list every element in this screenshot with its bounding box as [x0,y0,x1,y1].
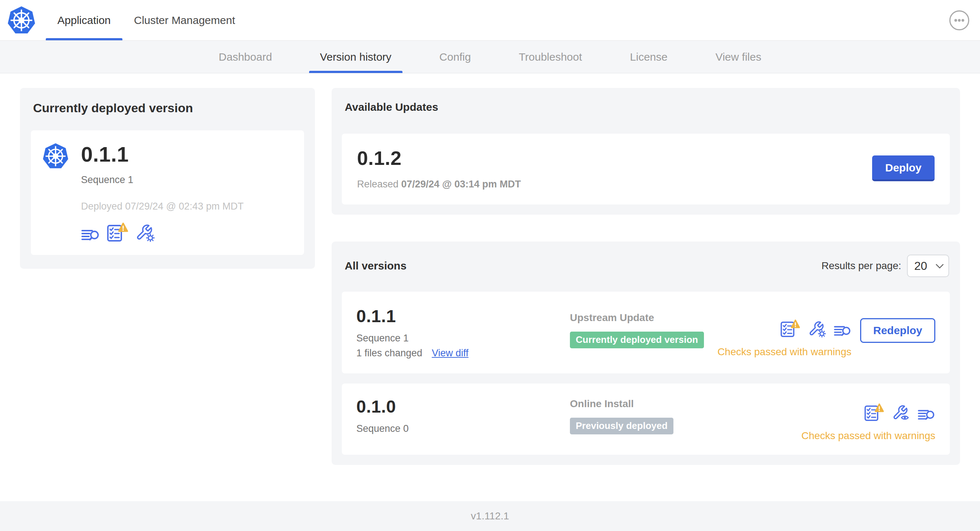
currently-deployed-card: Currently deployed version 0.1.1 Sequenc… [20,88,315,269]
version-files: 1 files changed View diff [356,348,570,359]
subnav-license[interactable]: License [619,41,678,73]
available-update-version: 0.1.2 [357,147,872,169]
currently-deployed-title: Currently deployed version [33,101,304,115]
ellipsis-menu-icon [949,10,970,31]
released-label: Released [357,179,398,189]
top-tabs: Application Cluster Management [46,0,247,40]
subnav-view-files[interactable]: View files [705,41,772,73]
version-source-block: Online Install Previously deployed [570,398,801,434]
available-updates-title: Available Updates [345,101,950,113]
version-actions: Checks passed with warnings Redeploy [718,319,935,358]
version-sequence: Sequence 0 [356,423,570,434]
current-version-deployed-timestamp: Deployed 07/29/24 @ 02:43 pm MDT [81,201,293,212]
version-row-0-1-1: 0.1.1 Sequence 1 1 files changed View di… [342,292,950,374]
subnav-config-label: Config [439,51,471,63]
status-badge: Currently deployed version [570,332,704,348]
checks-status: Checks passed with warnings [801,430,935,442]
tab-application[interactable]: Application [46,0,123,40]
release-diff-icon[interactable] [81,227,100,242]
preflight-checks-warning-icon[interactable] [864,403,884,421]
results-per-page: Results per page: 20 [822,254,949,277]
subnav-version-history[interactable]: Version history [309,41,402,73]
all-versions-title: All versions [345,260,406,272]
checks-status: Checks passed with warnings [718,346,851,358]
app-icon-kubernetes [42,142,69,242]
config-wrench-eye-icon[interactable] [891,404,910,421]
version-row-0-1-0: 0.1.0 Sequence 0 Online Install Previous… [342,383,950,455]
preflight-checks-warning-icon[interactable] [107,222,128,242]
currently-deployed-panel: 0.1.1 Sequence 1 Deployed 07/29/24 @ 02:… [31,130,304,255]
current-version-number: 0.1.1 [81,142,293,166]
deploy-button[interactable]: Deploy [872,156,935,181]
current-version-info: 0.1.1 Sequence 1 Deployed 07/29/24 @ 02:… [81,142,293,242]
results-per-page-label: Results per page: [822,260,901,272]
version-checks-column: Checks passed with warnings [801,403,935,442]
config-wrench-gear-icon[interactable] [807,320,826,337]
version-source: Upstream Update [570,312,718,324]
main-content: Currently deployed version 0.1.1 Sequenc… [0,73,980,501]
available-updates-card: Available Updates 0.1.2 Released 07/29/2… [332,88,960,215]
left-column: Currently deployed version 0.1.1 Sequenc… [20,88,315,269]
subnav-dashboard-label: Dashboard [219,51,272,63]
config-wrench-gear-icon[interactable] [135,223,155,242]
available-update-row: 0.1.2 Released 07/29/24 @ 03:14 pm MDT D… [342,134,950,205]
files-changed-label: 1 files changed [356,348,422,359]
tab-application-label: Application [57,14,111,27]
version-actions: Checks passed with warnings [801,403,935,442]
tab-cluster-management[interactable]: Cluster Management [123,0,247,40]
version-action-icons [864,403,935,421]
subnav-version-history-label: Version history [320,51,391,63]
release-diff-icon[interactable] [834,324,851,337]
admin-console-page: Application Cluster Management Dashboard… [0,0,980,531]
version-sequence: Sequence 1 [356,333,570,344]
version-source-block: Upstream Update Currently deployed versi… [570,312,718,348]
available-update-info: 0.1.2 Released 07/29/24 @ 03:14 pm MDT [357,147,872,190]
all-versions-header: All versions Results per page: 20 [345,254,949,277]
version-info: 0.1.1 Sequence 1 1 files changed View di… [356,306,570,359]
subnav-troubleshoot-label: Troubleshoot [519,51,582,63]
subnav-config[interactable]: Config [429,41,482,73]
version-checks-column: Checks passed with warnings [718,319,851,358]
ellipsis-menu-button[interactable] [949,10,970,31]
subnav-troubleshoot[interactable]: Troubleshoot [508,41,593,73]
right-column: Available Updates 0.1.2 Released 07/29/2… [332,88,960,465]
subnav-license-label: License [630,51,667,63]
version-action-icons [780,319,851,337]
version-source: Online Install [570,398,801,410]
release-diff-icon[interactable] [918,407,935,421]
app-subnav: Dashboard Version history Config Trouble… [0,41,980,73]
subnav-view-files-label: View files [716,51,761,63]
preflight-checks-warning-icon[interactable] [780,319,800,337]
footer: v1.112.1 [0,501,980,531]
version-number: 0.1.0 [356,397,570,417]
status-badge: Previously deployed [570,418,673,434]
version-info: 0.1.0 Sequence 0 [356,397,570,434]
all-versions-card: All versions Results per page: 20 [332,242,960,465]
released-timestamp: 07/29/24 @ 03:14 pm MDT [401,179,521,189]
redeploy-button[interactable]: Redeploy [860,318,935,343]
tab-cluster-management-label: Cluster Management [134,14,235,27]
version-number: 0.1.1 [356,306,570,326]
console-version: v1.112.1 [471,510,509,522]
current-version-sequence: Sequence 1 [81,174,293,186]
available-update-released: Released 07/29/24 @ 03:14 pm MDT [357,179,872,190]
kubernetes-logo [6,0,36,40]
top-header: Application Cluster Management [0,0,980,41]
view-diff-link[interactable]: View diff [432,348,469,359]
current-version-actions [81,222,293,242]
results-per-page-select[interactable]: 20 [907,254,949,277]
subnav-dashboard[interactable]: Dashboard [208,41,283,73]
results-per-page-select-wrap: 20 [907,254,949,277]
